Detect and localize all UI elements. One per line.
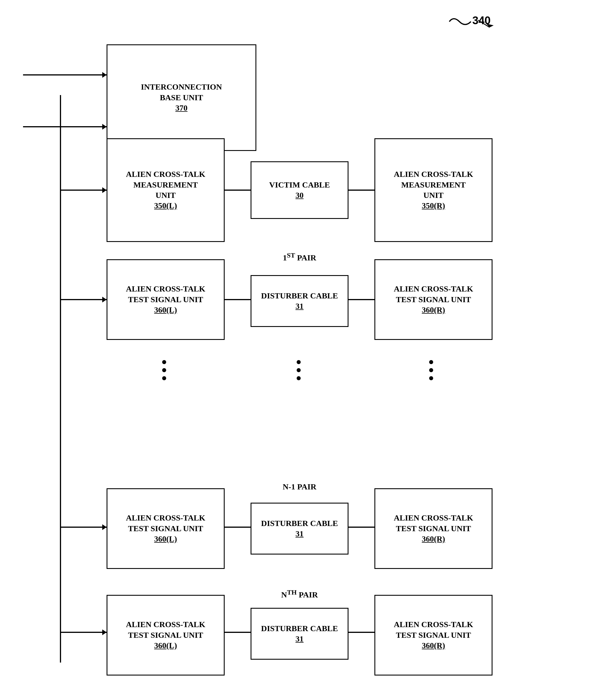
- svg-marker-20: [102, 629, 107, 635]
- act-test-r-1-line1: ALIEN CROSS-TALK: [394, 284, 473, 293]
- act-meas-r-ref: 350(R): [422, 201, 445, 210]
- ibu-line1: INTERCONNECTION: [141, 82, 222, 91]
- act-test-r-nth-ref: 360(R): [422, 641, 445, 650]
- svg-marker-6: [102, 124, 107, 130]
- act-meas-r-line3: UNIT: [423, 191, 444, 200]
- act-test-r-nth-line1: ALIEN CROSS-TALK: [394, 620, 473, 629]
- act-meas-l-line2: MEASUREMENT: [133, 180, 198, 189]
- act-test-r-n1-label: ALIEN CROSS-TALK TEST SIGNAL UNIT 360(R): [394, 513, 473, 544]
- act-test-l-nth-line1: ALIEN CROSS-TALK: [126, 620, 205, 629]
- act-test-l-nth-line2: TEST SIGNAL UNIT: [128, 631, 203, 639]
- act-meas-r-label: ALIEN CROSS-TALK MEASUREMENT UNIT 350(R): [394, 169, 473, 211]
- disturber-n1-label: DISTURBER CABLE 31: [261, 518, 338, 539]
- disturber-n1-ref: 31: [296, 529, 304, 538]
- act-test-r-n1-ref: 360(R): [422, 534, 445, 543]
- disturber-nth-box: DISTURBER CABLE 31: [251, 608, 348, 660]
- victim-cable-ref: 30: [296, 191, 304, 200]
- act-meas-l-line1: ALIEN CROSS-TALK: [126, 170, 205, 179]
- act-meas-r-line2: MEASUREMENT: [401, 180, 466, 189]
- act-test-l-1-label: ALIEN CROSS-TALK TEST SIGNAL UNIT 360(L): [126, 284, 205, 315]
- act-test-r-1-box: ALIEN CROSS-TALK TEST SIGNAL UNIT 360(R): [375, 259, 492, 340]
- victim-cable-line1: VICTIM CABLE: [269, 180, 330, 189]
- act-test-l-nth-label: ALIEN CROSS-TALK TEST SIGNAL UNIT 360(L): [126, 619, 205, 651]
- disturber-1-box: DISTURBER CABLE 31: [251, 275, 348, 327]
- act-test-r-1-label: ALIEN CROSS-TALK TEST SIGNAL UNIT 360(R): [394, 284, 473, 315]
- disturber-1-line1: DISTURBER CABLE: [261, 291, 338, 300]
- act-meas-l-label: ALIEN CROSS-TALK MEASUREMENT UNIT 350(L): [126, 169, 205, 211]
- act-meas-l-box: ALIEN CROSS-TALK MEASUREMENT UNIT 350(L): [107, 138, 225, 242]
- act-meas-l-line3: UNIT: [155, 191, 176, 200]
- act-test-l-1-line1: ALIEN CROSS-TALK: [126, 284, 205, 293]
- act-test-r-n1-line2: TEST SIGNAL UNIT: [396, 524, 471, 533]
- act-test-r-n1-box: ALIEN CROSS-TALK TEST SIGNAL UNIT 360(R): [375, 488, 492, 569]
- pair-n1-label: N-1 PAIR: [251, 481, 348, 492]
- ref-340-label: 340: [472, 14, 490, 27]
- act-meas-r-line1: ALIEN CROSS-TALK: [394, 170, 473, 179]
- disturber-n1-line1: DISTURBER CABLE: [261, 519, 338, 528]
- act-test-r-nth-line2: TEST SIGNAL UNIT: [396, 631, 471, 639]
- act-test-r-1-ref: 360(R): [422, 305, 445, 314]
- act-test-l-nth-ref: 360(L): [154, 641, 177, 650]
- act-test-l-1-line2: TEST SIGNAL UNIT: [128, 295, 203, 304]
- act-meas-l-ref: 350(L): [154, 201, 177, 210]
- act-test-l-1-box: ALIEN CROSS-TALK TEST SIGNAL UNIT 360(L): [107, 259, 225, 340]
- ibu-line2: BASE UNIT: [160, 93, 203, 102]
- ibu-box: INTERCONNECTION BASE UNIT 370: [107, 44, 256, 151]
- pair-nth-label: NTH PAIR: [251, 588, 348, 600]
- act-test-l-n1-line2: TEST SIGNAL UNIT: [128, 524, 203, 533]
- disturber-1-label: DISTURBER CABLE 31: [261, 291, 338, 312]
- ref-340-text: 340: [472, 14, 490, 26]
- act-test-r-nth-label: ALIEN CROSS-TALK TEST SIGNAL UNIT 360(R): [394, 619, 473, 651]
- act-test-r-1-line2: TEST SIGNAL UNIT: [396, 295, 471, 304]
- act-meas-r-box: ALIEN CROSS-TALK MEASUREMENT UNIT 350(R): [375, 138, 492, 242]
- act-test-r-n1-line1: ALIEN CROSS-TALK: [394, 513, 473, 522]
- svg-marker-4: [102, 72, 107, 78]
- victim-cable-box: VICTIM CABLE 30: [251, 161, 348, 219]
- diagram: 340 INTERCONNECTION BASE UNIT 370 ALIEN …: [0, 0, 591, 700]
- victim-cable-label: VICTIM CABLE 30: [269, 180, 330, 201]
- ibu-label: INTERCONNECTION BASE UNIT 370: [141, 82, 222, 113]
- act-test-l-nth-box: ALIEN CROSS-TALK TEST SIGNAL UNIT 360(L): [107, 595, 225, 676]
- pair-1-label: 1ST PAIR: [251, 251, 348, 264]
- act-test-l-n1-line1: ALIEN CROSS-TALK: [126, 513, 205, 522]
- act-test-l-n1-box: ALIEN CROSS-TALK TEST SIGNAL UNIT 360(L): [107, 488, 225, 569]
- dots-center-1: [297, 360, 301, 380]
- disturber-n1-box: DISTURBER CABLE 31: [251, 503, 348, 555]
- svg-marker-16: [102, 524, 107, 530]
- svg-marker-8: [102, 187, 107, 193]
- act-test-l-n1-label: ALIEN CROSS-TALK TEST SIGNAL UNIT 360(L): [126, 513, 205, 544]
- act-test-r-nth-box: ALIEN CROSS-TALK TEST SIGNAL UNIT 360(R): [375, 595, 492, 676]
- svg-marker-12: [102, 297, 107, 303]
- disturber-nth-line1: DISTURBER CABLE: [261, 624, 338, 633]
- disturber-nth-label: DISTURBER CABLE 31: [261, 623, 338, 644]
- disturber-nth-ref: 31: [296, 634, 304, 643]
- act-test-l-n1-ref: 360(L): [154, 534, 177, 543]
- disturber-1-ref: 31: [296, 302, 304, 311]
- dots-right-1: [429, 360, 433, 380]
- dots-left-1: [162, 360, 166, 380]
- act-test-l-1-ref: 360(L): [154, 305, 177, 314]
- ibu-ref: 370: [176, 104, 188, 112]
